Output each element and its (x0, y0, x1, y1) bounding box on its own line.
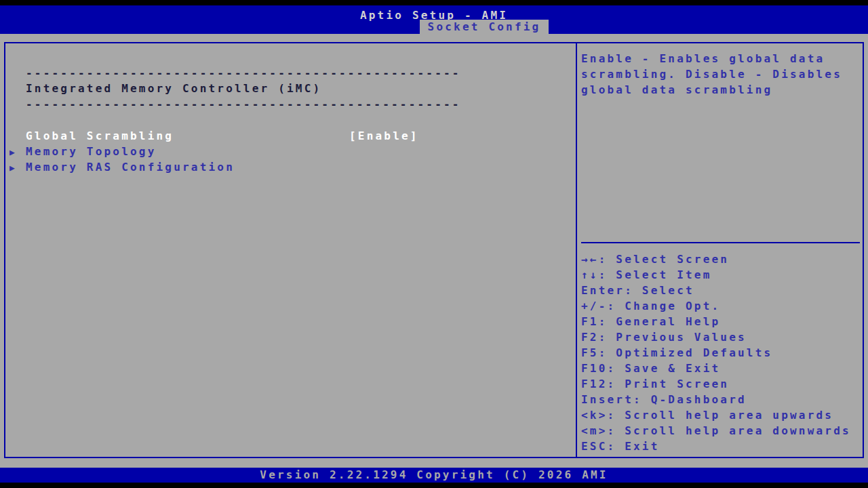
section-title: Integrated Memory Controller (iMC) (9, 81, 566, 96)
menu-item-memory-ras-configuration[interactable]: ▶ Memory RAS Configuration (9, 159, 566, 175)
legend-select-item: ↑↓: Select Item (581, 267, 863, 283)
settings-menu: Global Scrambling [Enable] ▶ Memory Topo… (9, 128, 566, 175)
menu-item-label: Memory RAS Configuration (26, 159, 235, 175)
section-separator-top: ----------------------------------------… (9, 65, 566, 81)
help-text: Enable - Enables global data scrambling.… (581, 51, 863, 98)
key-legend: →←: Select Screen ↑↓: Select Item Enter:… (581, 251, 863, 454)
legend-f2-previous-values: F2: Previous Values (581, 329, 863, 345)
submenu-arrow-icon: ▶ (9, 160, 15, 176)
submenu-arrow-icon: ▶ (9, 144, 15, 160)
help-legend-divider (581, 242, 860, 243)
panel-divider (576, 42, 577, 458)
top-black-strip (0, 0, 868, 5)
settings-pane: ----------------------------------------… (9, 65, 566, 112)
menu-item-label: Global Scrambling (26, 128, 174, 144)
legend-change-opt: +/-: Change Opt. (581, 298, 863, 314)
legend-f12-print-screen: F12: Print Screen (581, 376, 863, 392)
legend-esc-exit: ESC: Exit (581, 439, 863, 454)
footer-band: Version 2.22.1294 Copyright (C) 2026 AMI (0, 468, 868, 483)
bottom-black-strip (0, 483, 868, 488)
menu-item-value[interactable]: [Enable] (349, 128, 419, 144)
legend-f1-general-help: F1: General Help (581, 314, 863, 329)
menu-item-memory-topology[interactable]: ▶ Memory Topology (9, 144, 566, 159)
menu-item-label: Memory Topology (26, 144, 157, 159)
tab-label: Socket Config (428, 20, 541, 33)
legend-f5-optimized-defaults: F5: Optimized Defaults (581, 345, 863, 361)
legend-enter-select: Enter: Select (581, 283, 863, 298)
menu-item-global-scrambling[interactable]: Global Scrambling [Enable] (9, 128, 566, 144)
section-separator-bottom: ----------------------------------------… (9, 96, 566, 112)
legend-insert-q-dashboard: Insert: Q-Dashboard (581, 392, 863, 407)
legend-scroll-up: <k>: Scroll help area upwards (581, 407, 863, 423)
bios-setup-screen: Aptio Setup - AMI Socket Config --------… (0, 0, 868, 488)
version-copyright-text: Version 2.22.1294 Copyright (C) 2026 AMI (0, 468, 868, 483)
legend-select-screen: →←: Select Screen (581, 251, 863, 267)
legend-f10-save-exit: F10: Save & Exit (581, 361, 863, 376)
legend-scroll-down: <m>: Scroll help area downwards (581, 423, 863, 439)
tab-socket-config[interactable]: Socket Config (420, 20, 549, 34)
